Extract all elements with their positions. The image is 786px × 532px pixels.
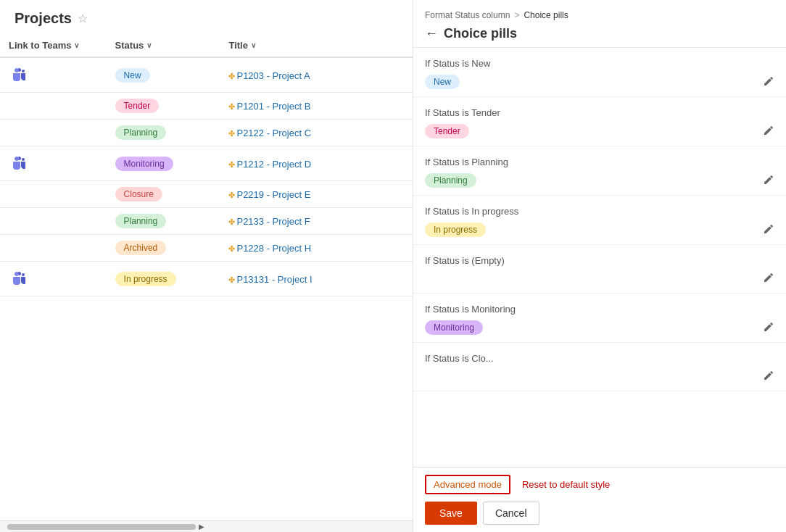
col-teams-label: Link to Teams	[9, 40, 71, 51]
status-section-empty: If Status is (Empty)	[413, 245, 786, 294]
bottom-scroll: ▶	[0, 520, 413, 532]
breadcrumb-separator: >	[514, 10, 519, 20]
table-row: Closure✤P2219 - Project E	[0, 181, 413, 208]
project-link-5[interactable]: P2133 - Project F	[236, 216, 310, 227]
status-section-label-new: If Status is New	[425, 58, 774, 69]
cell-status-3: Monitoring	[107, 146, 220, 181]
project-link-7[interactable]: P13131 - Project I	[236, 274, 312, 285]
col-title-chevron[interactable]: ∨	[251, 41, 256, 49]
breadcrumb-parent[interactable]: Format Status column	[425, 10, 510, 20]
col-status-label: Status	[115, 40, 144, 51]
project-icon-4: ✤	[228, 191, 235, 199]
edit-icon-new[interactable]	[763, 75, 774, 89]
project-link-3[interactable]: P1212 - Project D	[236, 159, 311, 170]
teams-icon-3[interactable]	[9, 152, 29, 173]
status-pill-1[interactable]: Tender	[115, 99, 160, 113]
edit-icon-planning[interactable]	[763, 174, 774, 188]
col-header-status-inner[interactable]: Status ∨	[115, 40, 212, 51]
status-pill-3[interactable]: Monitoring	[115, 157, 173, 171]
project-icon-2: ✤	[228, 129, 235, 138]
table-row: Tender✤P1201 - Project B	[0, 93, 413, 120]
edit-icon-tender[interactable]	[763, 125, 774, 138]
col-status-chevron[interactable]: ∨	[146, 41, 152, 49]
cell-title-7: ✤P13131 - Project I	[220, 262, 413, 296]
table-row: Archived✤P1228 - Project H	[0, 235, 413, 262]
edit-icon-monitoring[interactable]	[763, 321, 774, 335]
horizontal-scrollbar-thumb[interactable]	[7, 524, 196, 530]
panel-content[interactable]: If Status is NewNewIf Status is TenderTe…	[413, 48, 786, 467]
col-header-teams-inner[interactable]: Link to Teams ∨	[9, 40, 98, 51]
status-pill-7[interactable]: In progress	[115, 272, 176, 286]
teams-icon-0[interactable]	[9, 64, 29, 84]
status-pill-right-new[interactable]: New	[425, 75, 460, 89]
cell-title-4: ✤P2219 - Project E	[220, 181, 413, 208]
project-link-1[interactable]: P1201 - Project B	[236, 101, 310, 112]
status-section-label-inprogress: If Status is In progress	[425, 206, 774, 217]
app-container: Projects ☆ Link to Teams ∨	[0, 0, 786, 532]
status-pill-6[interactable]: Archived	[115, 241, 167, 255]
page-title-row: Projects ☆	[0, 0, 413, 34]
project-link-6[interactable]: P1228 - Project H	[236, 243, 311, 254]
cell-title-5: ✤P2133 - Project F	[220, 208, 413, 235]
left-panel: Projects ☆ Link to Teams ∨	[0, 0, 413, 532]
col-header-title-inner[interactable]: Title ∨	[228, 40, 404, 51]
status-pill-right-tender[interactable]: Tender	[425, 124, 469, 138]
table-row: Monitoring✤P1212 - Project D	[0, 146, 413, 181]
cell-teams-4	[0, 181, 107, 208]
edit-icon-inprogress[interactable]	[763, 223, 774, 237]
status-pill-2[interactable]: Planning	[115, 125, 167, 140]
status-pill-0[interactable]: New	[115, 68, 150, 83]
col-title-label: Title	[228, 40, 248, 51]
edit-icon-empty[interactable]	[763, 272, 774, 286]
table-row: New✤P1203 - Project A	[0, 57, 413, 93]
cancel-button[interactable]: Cancel	[483, 502, 539, 525]
cell-teams-7	[0, 262, 107, 296]
col-teams-chevron[interactable]: ∨	[74, 41, 79, 49]
cell-teams-6	[0, 235, 107, 262]
status-pill-right-planning[interactable]: Planning	[425, 173, 476, 188]
edit-icon-closure[interactable]	[763, 370, 774, 383]
advanced-mode-button[interactable]: Advanced mode	[425, 475, 510, 494]
status-pill-5[interactable]: Planning	[115, 214, 167, 228]
cell-teams-5	[0, 208, 107, 235]
teams-icon-7[interactable]	[9, 267, 29, 288]
status-pill-4[interactable]: Closure	[115, 187, 162, 201]
status-pill-right-monitoring[interactable]: Monitoring	[425, 320, 483, 335]
project-link-0[interactable]: P1203 - Project A	[236, 70, 310, 81]
project-icon-3: ✤	[228, 160, 235, 169]
cell-title-0: ✤P1203 - Project A	[220, 57, 413, 93]
panel-title: Choice pills	[444, 26, 517, 41]
panel-footer: Advanced mode Reset to default style Sav…	[413, 467, 786, 532]
project-link-2[interactable]: P2122 - Project C	[236, 128, 311, 138]
status-section-label-planning: If Status is Planning	[425, 157, 774, 167]
project-icon-7: ✤	[228, 275, 235, 284]
cell-status-4: Closure	[107, 181, 220, 208]
breadcrumb: Format Status column > Choice pills	[425, 10, 774, 20]
save-button[interactable]: Save	[425, 502, 477, 525]
cell-title-1: ✤P1201 - Project B	[220, 93, 413, 120]
status-section-inprogress: If Status is In progressIn progress	[413, 196, 786, 245]
table-container: Link to Teams ∨ Status ∨	[0, 34, 413, 520]
project-link-4[interactable]: P2219 - Project E	[236, 189, 310, 200]
status-section-row-new: New	[425, 75, 774, 89]
page-title: Projects	[15, 10, 72, 27]
right-panel: Format Status column > Choice pills ← Ch…	[413, 0, 786, 532]
status-section-row-empty	[425, 272, 774, 286]
reset-default-style-link[interactable]: Reset to default style	[522, 479, 610, 490]
panel-header: Format Status column > Choice pills ← Ch…	[413, 0, 786, 48]
cell-status-6: Archived	[107, 235, 220, 262]
status-section-row-inprogress: In progress	[425, 223, 774, 237]
project-icon-0: ✤	[228, 72, 235, 80]
status-section-label-tender: If Status is Tender	[425, 107, 774, 118]
status-pill-right-inprogress[interactable]: In progress	[425, 223, 486, 237]
status-section-label-closure: If Status is Clo...	[425, 353, 774, 364]
col-header-status: Status ∨	[107, 34, 220, 57]
status-section-closure: If Status is Clo...	[413, 343, 786, 391]
star-icon[interactable]: ☆	[78, 12, 88, 25]
cell-title-2: ✤P2122 - Project C	[220, 120, 413, 146]
back-arrow-icon[interactable]: ←	[425, 26, 438, 41]
cell-status-1: Tender	[107, 93, 220, 120]
scroll-right-arrow[interactable]: ▶	[199, 523, 204, 531]
cell-status-5: Planning	[107, 208, 220, 235]
status-section-planning: If Status is PlanningPlanning	[413, 146, 786, 196]
